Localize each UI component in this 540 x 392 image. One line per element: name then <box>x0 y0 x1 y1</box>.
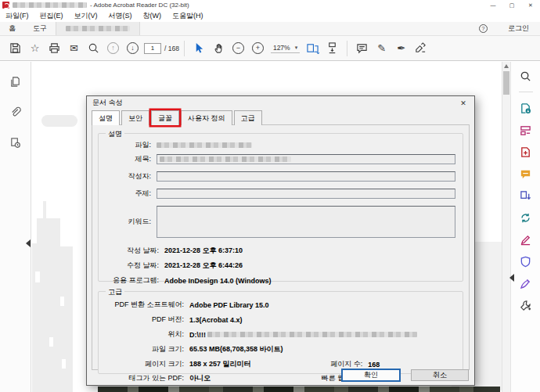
page-display-mode-icon[interactable] <box>303 40 322 57</box>
author-input[interactable] <box>157 171 455 182</box>
scrolling-mode-icon[interactable] <box>322 40 342 57</box>
pdf-version-label: PDF 버전: <box>106 315 184 325</box>
zoom-in-icon[interactable]: + <box>248 40 268 57</box>
document-tab-title-redacted <box>66 26 130 31</box>
save-icon[interactable] <box>5 40 25 57</box>
dialog-tab-advanced[interactable]: 고급 <box>234 110 262 125</box>
page-size-label: 페이지 크기: <box>106 359 184 369</box>
vertical-scrollbar[interactable] <box>502 62 510 392</box>
fill-sign-tool-icon[interactable] <box>520 233 532 246</box>
toolbar-divider <box>184 41 185 56</box>
next-page-icon[interactable]: ↓ <box>123 40 142 57</box>
keywords-label: 키워드: <box>106 217 151 227</box>
print-icon[interactable] <box>45 40 64 57</box>
pdf-converter-label: PDF 변환 소프트웨어: <box>106 300 184 310</box>
menu-window[interactable]: 창(W) <box>138 10 167 22</box>
certificates-icon[interactable] <box>520 277 532 290</box>
file-size-row: 파일 크기: 65.53 MB(68,708,358 바이트) <box>106 344 455 354</box>
select-tool-icon[interactable] <box>189 40 209 57</box>
comment-icon[interactable] <box>352 40 372 57</box>
hand-tool-icon[interactable] <box>209 40 229 57</box>
dialog-tab-description[interactable]: 설명 <box>92 110 120 125</box>
pdf-converter-row: PDF 변환 소프트웨어: Adobe PDF Library 15.0 <box>106 300 455 310</box>
tab-tools[interactable]: 도구 <box>24 22 56 35</box>
help-icon[interactable]: ? <box>479 24 488 33</box>
dialog-tab-custom[interactable]: 사용자 정의 <box>181 110 232 125</box>
protect-pdf-icon[interactable] <box>520 255 532 268</box>
acrobat-reader-window: - Adobe Acrobat Reader DC (32-bit) — ▢ ✕… <box>0 0 540 392</box>
scrollbar-thumb[interactable] <box>503 71 509 95</box>
file-size-label: 파일 크기: <box>106 344 184 354</box>
created-date-label: 작성 날짜: <box>106 246 159 256</box>
export-pdf-icon[interactable] <box>520 102 532 114</box>
cancel-button[interactable]: 취소 <box>411 369 469 381</box>
page-count-value: 168 <box>368 361 380 369</box>
location-row: 위치: D:\!!! <box>106 329 455 340</box>
left-nav-panel <box>0 62 31 392</box>
created-date-row: 작성 날짜: 2021-12-28 오후 6:37:10 <box>106 246 455 256</box>
panel-divider <box>519 92 533 92</box>
document-status-icon[interactable] <box>5 134 25 151</box>
skyline-building <box>32 243 59 392</box>
menu-help[interactable]: 도움말(H) <box>167 10 209 22</box>
pencil-icon[interactable]: ✎ <box>372 40 391 57</box>
comment-tool-icon[interactable] <box>520 167 532 180</box>
title-label: 제목: <box>106 154 151 164</box>
page-thumbnails-icon[interactable] <box>5 73 25 90</box>
email-icon[interactable]: ✉ <box>64 40 84 57</box>
document-photo-strip <box>98 387 500 392</box>
create-pdf-icon[interactable] <box>520 146 532 158</box>
close-window-button[interactable]: ✕ <box>521 0 540 10</box>
document-properties-dialog: 문서 속성 ✕ 설명 보안 글꼴 사용자 정의 고급 설명 파일: 제목: <box>86 95 475 386</box>
edit-pdf-icon[interactable] <box>520 124 532 136</box>
tab-home[interactable]: 홈 <box>0 22 24 35</box>
tagged-pdf-value: 아니오 <box>189 373 211 383</box>
attachments-icon[interactable] <box>5 103 25 120</box>
dialog-tab-security[interactable]: 보안 <box>121 110 149 125</box>
page-count-label: 페이지 수: <box>301 359 362 369</box>
maximize-button[interactable]: ▢ <box>502 0 521 10</box>
file-value-redacted <box>157 142 252 148</box>
keywords-input[interactable] <box>157 206 455 238</box>
main-toolbar: ☆ ✉ ↑ ↓ 1 / 168 − + 127% ▾ <box>0 36 540 61</box>
menu-view[interactable]: 보기(V) <box>69 10 103 22</box>
search-tools-icon[interactable] <box>520 70 532 82</box>
chevron-down-icon: ▾ <box>295 45 298 51</box>
star-icon[interactable]: ☆ <box>25 40 45 57</box>
left-panel-collapse-arrow[interactable] <box>26 239 31 247</box>
skyline-window <box>62 359 66 369</box>
zoom-level-select[interactable]: 127% ▾ <box>271 43 300 53</box>
right-tools-panel <box>510 62 540 392</box>
page-size-row: 페이지 크기: 188 x 257 밀리미터 페이지 수: 168 <box>106 359 455 369</box>
compress-pdf-icon[interactable] <box>520 211 532 224</box>
right-panel-collapse-arrow[interactable] <box>509 274 514 282</box>
menu-edit[interactable]: 편집(E) <box>34 10 69 22</box>
scroll-up-arrow[interactable] <box>504 64 509 68</box>
find-icon[interactable] <box>84 40 103 57</box>
title-input[interactable] <box>157 154 455 164</box>
dialog-tab-fonts-highlighted[interactable]: 글꼴 <box>151 110 179 125</box>
previous-page-icon[interactable]: ↑ <box>103 40 123 57</box>
organize-pages-icon[interactable] <box>520 189 532 202</box>
ok-button[interactable]: 확인 <box>342 369 400 381</box>
login-button[interactable]: 로그인 <box>497 23 540 34</box>
stamp-tool-icon[interactable] <box>411 40 430 57</box>
tab-document[interactable] <box>56 22 140 35</box>
menu-file[interactable]: 파일(F) <box>0 10 34 22</box>
dialog-tab-pane: 설명 파일: 제목: 작성자: 주제: 키워드: <box>92 124 470 370</box>
page-number-input[interactable]: 1 <box>144 43 161 54</box>
dialog-close-icon[interactable]: ✕ <box>458 99 469 107</box>
title-value-redacted <box>160 156 291 162</box>
subject-label: 주제: <box>106 189 151 199</box>
window-controls: — ▢ ✕ <box>484 0 540 10</box>
more-tools-icon[interactable] <box>520 299 532 311</box>
application-row: 응용 프로그램: Adobe InDesign 14.0 (Windows) <box>106 275 455 286</box>
subject-input[interactable] <box>157 189 455 199</box>
window-title: - Adobe Acrobat Reader DC (32-bit) <box>90 2 189 9</box>
fill-sign-icon[interactable]: ✒ <box>391 40 411 57</box>
zoom-out-icon[interactable]: − <box>229 40 248 57</box>
zoom-level-value: 127% <box>273 44 290 52</box>
menu-sign[interactable]: 서명(S) <box>103 10 138 22</box>
minimize-button[interactable]: — <box>484 0 502 10</box>
keywords-row: 키워드: <box>106 206 455 238</box>
